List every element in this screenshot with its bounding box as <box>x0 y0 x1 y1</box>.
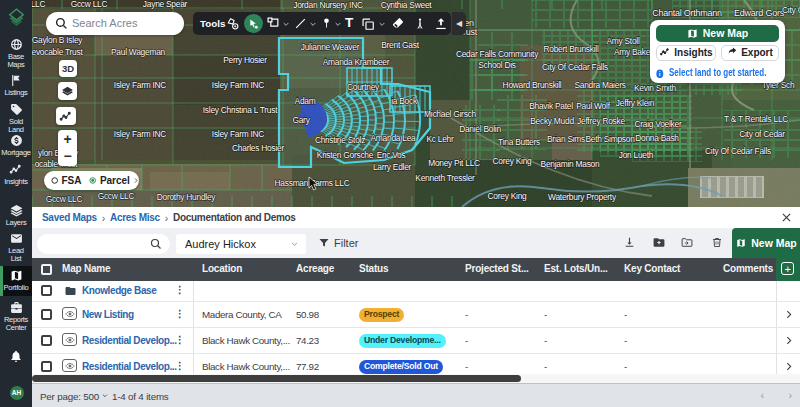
svg-text:Gccw LLC: Gccw LLC <box>46 194 83 204</box>
svg-text:Charles Hosier: Charles Hosier <box>232 143 284 153</box>
svg-text:Michael Girsch: Michael Girsch <box>424 109 476 119</box>
svg-text:Isley Farm INC: Isley Farm INC <box>114 129 167 139</box>
svg-text:Kevin Smith: Kevin Smith <box>634 83 677 93</box>
svg-text:Money Pit LLC: Money Pit LLC <box>428 158 480 168</box>
svg-text:Jordan Nursery INC: Jordan Nursery INC <box>293 0 363 10</box>
svg-text:Craig Voelker: Craig Voelker <box>634 119 681 129</box>
svg-text:Kristen Gorsche: Kristen Gorsche <box>317 150 374 160</box>
svg-text:Isley Farm INC: Isley Farm INC <box>212 129 265 139</box>
svg-text:Amy Stoll: Amy Stoll <box>606 36 640 46</box>
svg-text:Amanda Krambeer: Amanda Krambeer <box>323 57 390 67</box>
svg-text:City Of Cedar Falls: City Of Cedar Falls <box>542 62 608 72</box>
svg-text:Christine Stolz: Christine Stolz <box>315 135 365 145</box>
svg-text:Perry Hosier: Perry Hosier <box>223 55 267 65</box>
svg-text:Eric Vos: Eric Vos <box>377 150 406 160</box>
svg-text:Corey King: Corey King <box>488 191 528 201</box>
svg-text:Gccw LLC: Gccw LLC <box>71 0 108 9</box>
svg-text:Sandra Maiers: Sandra Maiers <box>574 80 625 90</box>
svg-text:Waterbury Property: Waterbury Property <box>548 192 617 202</box>
svg-text:Donna Bash: Donna Bash <box>635 133 679 143</box>
svg-text:Beth Simpson: Beth Simpson <box>585 134 635 144</box>
svg-text:Jon Lueth: Jon Lueth <box>619 150 654 160</box>
svg-text:Amy Bake: Amy Bake <box>614 47 651 57</box>
svg-text:w LLC: w LLC <box>32 0 45 9</box>
svg-text:ia Bock: ia Bock <box>391 96 418 106</box>
svg-text:Courtney: Courtney <box>347 82 380 92</box>
svg-text:Corey King: Corey King <box>493 156 533 166</box>
svg-text:Gccw LLC: Gccw LLC <box>98 191 135 201</box>
svg-text:Tina Butters: Tina Butters <box>498 137 540 147</box>
svg-text:Cynthia Sweet: Cynthia Sweet <box>381 0 433 10</box>
svg-text:Benjamin Mason: Benjamin Mason <box>541 159 600 169</box>
svg-text:Isley Farm INC: Isley Farm INC <box>212 80 265 90</box>
svg-text:Adam: Adam <box>295 96 316 106</box>
svg-text:Edward Gors: Edward Gors <box>734 8 785 18</box>
svg-text:City of Cedar: City of Cedar <box>739 129 785 139</box>
svg-text:Robert Brunskill: Robert Brunskill <box>543 44 599 54</box>
svg-text:T & T Rentals LLC: T & T Rentals LLC <box>724 114 788 124</box>
svg-text:Dorothy Hundley: Dorothy Hundley <box>157 192 217 202</box>
svg-text:Chantal Orthmann: Chantal Orthmann <box>652 8 722 18</box>
svg-text:Kenneth Tressler: Kenneth Tressler <box>415 173 475 183</box>
svg-text:Daniel Bolin: Daniel Bolin <box>459 124 501 134</box>
svg-text:Jeffry Klein: Jeffry Klein <box>616 98 655 108</box>
svg-text:Cedar Falls Community: Cedar Falls Community <box>456 49 539 59</box>
svg-text:Gary: Gary <box>292 115 310 125</box>
svg-text:City Of Cedar Falls: City Of Cedar Falls <box>705 146 771 156</box>
svg-text:Brian Sims: Brian Sims <box>547 134 585 144</box>
svg-text:Larry Edler: Larry Edler <box>373 162 412 172</box>
svg-text:Paul Wageman: Paul Wageman <box>111 47 166 57</box>
svg-text:Jeffrey Roske: Jeffrey Roske <box>577 116 625 126</box>
svg-text:Bhavik Patel: Bhavik Patel <box>529 101 573 111</box>
svg-text:Amanda Lea: Amanda Lea <box>371 133 417 143</box>
svg-text:Isley Christina L Trust: Isley Christina L Trust <box>203 105 278 115</box>
svg-text:Isley Farm INC: Isley Farm INC <box>114 80 167 90</box>
svg-text:Paul Wolf: Paul Wolf <box>576 101 610 111</box>
svg-text:School Dis: School Dis <box>478 60 516 70</box>
svg-text:Kc Lehr: Kc Lehr <box>426 134 454 144</box>
svg-text:evocable Trust: evocable Trust <box>32 47 83 57</box>
svg-text:Jayne Spear: Jayne Spear <box>143 0 188 9</box>
svg-text:Howard Brunskill: Howard Brunskill <box>503 80 562 90</box>
svg-text:City Of: City Of <box>782 5 800 15</box>
svg-text:Julianne Weaver: Julianne Weaver <box>301 42 360 52</box>
svg-text:Gaylon B Isley: Gaylon B Isley <box>32 35 83 45</box>
svg-text:Brent Gast: Brent Gast <box>381 40 419 50</box>
svg-text:Becky Mudd: Becky Mudd <box>530 116 574 126</box>
